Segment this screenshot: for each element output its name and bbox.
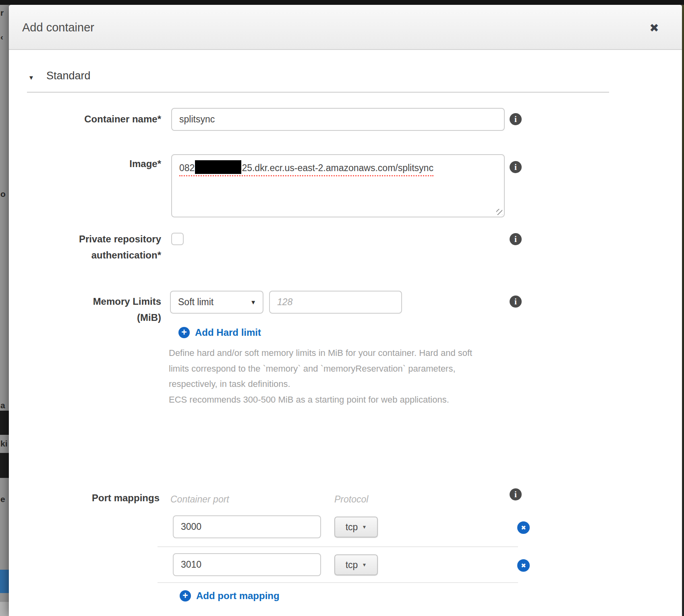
add-hard-limit-link[interactable]: + Add Hard limit	[178, 327, 261, 338]
dialog-header: Add container ✖	[9, 5, 682, 50]
private-repo-label-line1: Private repository	[9, 234, 161, 245]
container-name-input[interactable]	[171, 108, 505, 131]
add-port-mapping-link[interactable]: + Add port mapping	[180, 590, 280, 602]
private-repo-checkbox[interactable]	[171, 233, 184, 245]
container-port-column-header: Container port	[170, 494, 229, 505]
memory-limits-label-line2: (MiB)	[9, 312, 161, 323]
help-line: Define hard and/or soft memory limits in…	[169, 345, 491, 361]
image-value-suffix: 25.dkr.ecr.us-east-2.amazonaws.com/split…	[242, 163, 433, 173]
plus-circle-icon: +	[180, 590, 191, 602]
screen: r ‹ o a ki e e Add container ✖ ▼ Standar…	[0, 0, 684, 616]
add-port-mapping-label: Add port mapping	[196, 590, 280, 602]
info-icon[interactable]: i	[510, 113, 522, 125]
info-icon[interactable]: i	[510, 488, 522, 500]
memory-limits-label-line1: Memory Limits	[9, 296, 161, 307]
image-label: Image*	[9, 158, 161, 170]
remove-port-mapping-icon-row2[interactable]: ✖	[517, 559, 530, 572]
memory-limits-help-text: Define hard and/or soft memory limits in…	[169, 345, 491, 407]
container-port-input-row1[interactable]	[173, 515, 321, 538]
backdrop-text-fragment: e	[0, 494, 5, 504]
memory-limit-value-input[interactable]	[269, 291, 402, 314]
section-collapse-caret-icon[interactable]: ▼	[28, 74, 34, 81]
backdrop-text-fragment: ‹	[0, 32, 3, 42]
info-icon[interactable]: i	[510, 161, 522, 173]
protocol-value-row1: tcp	[346, 522, 358, 533]
section-title-standard[interactable]: Standard	[46, 70, 91, 82]
info-icon[interactable]: i	[510, 233, 522, 245]
image-value-prefix: 082	[179, 163, 195, 173]
port-row-divider	[158, 546, 518, 547]
help-line: limits correspond to the `memory` and `m…	[169, 361, 491, 377]
container-port-input-row2[interactable]	[173, 553, 321, 576]
redaction-box	[195, 160, 241, 174]
port-row-divider	[158, 582, 518, 583]
protocol-value-row2: tcp	[346, 560, 358, 571]
backdrop-image-fragment	[0, 453, 9, 478]
backdrop-text-fragment: r	[0, 8, 4, 18]
browser-top-bar	[0, 0, 684, 5]
remove-port-mapping-icon-row1[interactable]: ✖	[517, 521, 530, 534]
plus-circle-icon: +	[178, 327, 190, 338]
backdrop-image-fragment	[0, 602, 9, 616]
protocol-column-header: Protocol	[334, 494, 368, 505]
port-mappings-label: Port mappings	[9, 492, 160, 504]
section-divider	[27, 92, 609, 93]
memory-limit-type-select[interactable]: Soft limit ▼	[170, 291, 263, 314]
info-icon[interactable]: i	[510, 296, 522, 308]
dialog-title: Add container	[22, 5, 94, 50]
chevron-down-icon: ▼	[362, 524, 367, 530]
chevron-down-icon: ▼	[250, 299, 256, 306]
image-value: 08225.dkr.ecr.us-east-2.amazonaws.com/sp…	[179, 163, 433, 176]
close-icon[interactable]: ✖	[647, 21, 662, 35]
protocol-select-row1[interactable]: tcp ▼	[334, 517, 378, 537]
backdrop-text-fragment: o	[0, 189, 6, 199]
add-container-dialog: Add container ✖ ▼ Standard Container nam…	[9, 5, 682, 616]
backdrop-text-fragment: ki	[0, 439, 8, 449]
chevron-down-icon: ▼	[362, 562, 367, 568]
help-line: ECS recommends 300-500 MiB as a starting…	[169, 392, 491, 408]
private-repo-label-line2: authentication*	[9, 250, 161, 261]
backdrop-text-fragment: a	[0, 401, 5, 410]
add-hard-limit-label: Add Hard limit	[195, 327, 261, 338]
backdrop-right-edge	[682, 5, 684, 616]
backdrop-button-fragment	[0, 570, 9, 593]
image-textarea[interactable]: 08225.dkr.ecr.us-east-2.amazonaws.com/sp…	[171, 154, 505, 217]
protocol-select-row2[interactable]: tcp ▼	[334, 554, 378, 575]
container-name-label: Container name*	[9, 114, 161, 125]
help-line: respectively, in task definitions.	[169, 376, 491, 392]
textarea-resize-handle[interactable]	[496, 209, 502, 215]
backdrop-image-fragment	[0, 411, 9, 435]
memory-limit-type-value: Soft limit	[178, 297, 213, 308]
